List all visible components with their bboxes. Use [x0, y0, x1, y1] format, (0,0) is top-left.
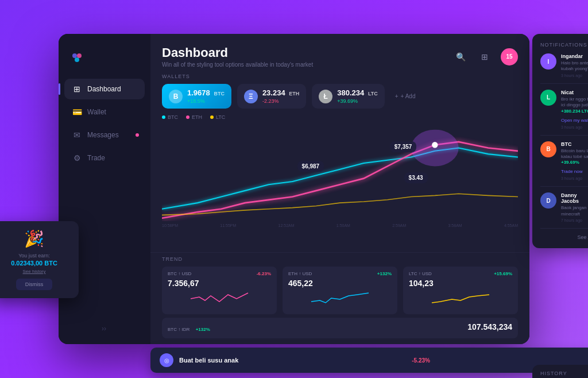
- reward-history-link[interactable]: See history: [0, 269, 71, 274]
- notif-time-2: 3 hours ago: [561, 125, 588, 129]
- notif-text-4: Baok jangan lupa mabar minecraft: [561, 205, 588, 217]
- notif-text-1: Halo bro anter ane pro safe? ane kubah y…: [561, 60, 588, 72]
- trend-change-ltc: +15.69%: [494, 271, 512, 276]
- svg-point-0: [72, 53, 77, 58]
- legend-ltc: LTC: [210, 114, 225, 120]
- app-container: ⊞ Dashboard 💳 Wallet ✉ Messages ⚙ Trade …: [59, 34, 529, 344]
- history-header: HISTORY See All: [540, 371, 588, 376]
- sidebar-item-trade[interactable]: ⚙ Trade: [64, 148, 145, 168]
- see-all-notifications[interactable]: See All: [540, 234, 588, 240]
- notification-item-2: L Nicat Sent you a coin Bro ikr nggo tuk…: [540, 90, 588, 136]
- btc-icon: B: [169, 90, 183, 103]
- page-subtitle: Win all of the styling tool options avai…: [162, 61, 313, 68]
- grid-button[interactable]: ⊞: [477, 49, 493, 65]
- wallets-row: B 1.9678 BTC +18.5% Ξ 23.234 ET: [162, 84, 518, 109]
- notif-name-3: BTC: [561, 141, 572, 147]
- transaction-bar: ◎ Buat beli susu anak -5.23% 08/26/2018: [150, 348, 588, 373]
- sidebar-logo: [59, 45, 150, 79]
- nav-arrow[interactable]: ››: [102, 325, 106, 333]
- notifications-panel: NOTIFICATIONS I Ingandar Sent you a mess…: [532, 34, 588, 248]
- sidebar-item-messages[interactable]: ✉ Messages: [64, 125, 145, 145]
- reward-emoji: 🎉: [0, 229, 71, 248]
- notif-header-2: Nicat Sent you a coin: [561, 90, 588, 95]
- trend-name-eth: ETH ↑ USD: [288, 271, 312, 276]
- notif-time-1: 3 hours ago: [561, 74, 588, 78]
- notif-avatar-3: B: [540, 141, 556, 157]
- notif-avatar-2: L: [540, 90, 556, 106]
- trend-header-ltc: LTC ↑ USD +15.69%: [409, 271, 512, 276]
- legend-eth: ETH: [186, 114, 202, 120]
- notif-header-1: Ingandar Sent you a message: [561, 53, 588, 59]
- chart-tooltip-1: $6,987: [297, 161, 324, 172]
- main-content: Dashboard Win all of the styling tool op…: [150, 34, 529, 344]
- transaction-name: Buat beli susu anak: [179, 357, 238, 364]
- trend-header-btc: BTC ↑ USD -6.23%: [168, 271, 271, 276]
- eth-change: -2.23%: [262, 98, 299, 104]
- transaction-change: -5.23%: [412, 357, 430, 364]
- trend-bottom-value: 107.543,234: [467, 322, 512, 331]
- ltc-change: +39.69%: [337, 98, 377, 104]
- chart-x-labels: 10:58PM 11:55PM 12:52AM 1:50AM 2:59AM 3:…: [162, 223, 518, 227]
- sidebar-label-wallet: Wallet: [87, 108, 106, 116]
- btc-amount: 1.9678 BTC: [187, 88, 225, 97]
- sidebar-label-trade: Trade: [87, 154, 105, 162]
- sidebar-item-wallet[interactable]: 💳 Wallet: [64, 102, 145, 122]
- notif-name-1: Ingandar: [561, 53, 583, 59]
- ltc-amount: 380.234 LTC: [337, 88, 377, 97]
- trend-sparkline-eth: [288, 290, 392, 307]
- chart-svg: [162, 124, 518, 221]
- page-title-area: Dashboard Win all of the styling tool op…: [162, 45, 313, 68]
- notif-time-3: 3 hours ago: [561, 176, 588, 180]
- chart-wrapper: $6,987 $7,357 $3.43: [162, 124, 518, 221]
- reward-text: You just earn:: [0, 253, 71, 259]
- notification-item-3: B BTC News Bitcoin baru laje menguat $ p…: [540, 141, 588, 187]
- eth-icon: Ξ: [244, 90, 258, 103]
- chart-tooltip-2: $7,357: [390, 141, 417, 152]
- top-bar: Dashboard Win all of the styling tool op…: [150, 34, 529, 74]
- trend-label: TREND: [162, 256, 518, 262]
- chart-legend: BTC ETH LTC: [162, 114, 518, 120]
- trend-bottom-left: BTC ↑ IDR +132%: [168, 323, 210, 333]
- open-wallet-link[interactable]: Open my wallet: [561, 118, 588, 123]
- trade-now-link[interactable]: Trade now: [561, 169, 583, 174]
- ltc-dot: [210, 115, 214, 119]
- wallet-ltc[interactable]: Ł 380.234 LTC +39.69%: [312, 84, 384, 109]
- trend-name-ltc: LTC ↑ USD: [409, 271, 432, 276]
- notif-content-4: Danny Jacobs Sent you a message Baok jan…: [561, 192, 588, 222]
- chart-tooltip-3: $3.43: [404, 172, 428, 183]
- messages-badge: [136, 133, 139, 137]
- notif-content-2: Nicat Sent you a coin Bro ikr nggo tuko …: [561, 90, 588, 129]
- notification-count: 15: [506, 53, 512, 60]
- transaction-icon: ◎: [160, 353, 173, 367]
- page-title: Dashboard: [162, 45, 313, 60]
- trend-bottom-name: BTC ↑ IDR: [168, 327, 189, 332]
- history-title: HISTORY: [540, 371, 567, 376]
- sidebar-item-dashboard[interactable]: ⊞ Dashboard: [64, 79, 145, 99]
- btc-info: 1.9678 BTC +18.5%: [187, 88, 225, 104]
- wallets-label: WALLETS: [162, 74, 518, 79]
- add-wallet-button[interactable]: + + Add: [390, 88, 420, 104]
- notifications-title: NOTIFICATIONS: [540, 42, 588, 48]
- legend-btc: BTC: [162, 114, 178, 120]
- trend-value-btc: 7.356,67: [168, 279, 271, 288]
- notif-header-3: BTC News: [561, 141, 588, 147]
- reward-dismiss-button[interactable]: Dismiss: [16, 279, 53, 290]
- trend-bottom-card[interactable]: BTC ↑ IDR +132% 107.543,234: [162, 318, 518, 338]
- notification-button[interactable]: 15: [501, 48, 518, 65]
- wallet-btc[interactable]: B 1.9678 BTC +18.5%: [162, 84, 231, 109]
- messages-icon: ✉: [72, 130, 82, 140]
- trend-section: TREND BTC ↑ USD -6.23% 7.356,67 ETH ↑ US…: [150, 252, 529, 344]
- svg-point-4: [432, 142, 438, 148]
- notification-item-4: D Danny Jacobs Sent you a message Baok j…: [540, 192, 588, 229]
- eth-info: 23.234 ETH -2.23%: [262, 88, 299, 104]
- ltc-info: 380.234 LTC +39.69%: [337, 88, 377, 104]
- trend-card-ltc[interactable]: LTC ↑ USD +15.69% 104,23: [403, 267, 518, 314]
- trend-card-btc[interactable]: BTC ↑ USD -6.23% 7.356,67: [162, 267, 277, 314]
- search-button[interactable]: 🔍: [452, 49, 469, 65]
- wallet-eth[interactable]: Ξ 23.234 ETH -2.23%: [237, 84, 306, 109]
- notif-amount-2: +380.234 LTC: [561, 109, 588, 114]
- trend-bottom-change: +132%: [196, 327, 210, 332]
- trend-card-eth[interactable]: ETH ↑ USD +132% 465,22: [283, 267, 397, 314]
- notif-change-3: +39.69%: [561, 160, 588, 165]
- btc-dot: [162, 115, 165, 119]
